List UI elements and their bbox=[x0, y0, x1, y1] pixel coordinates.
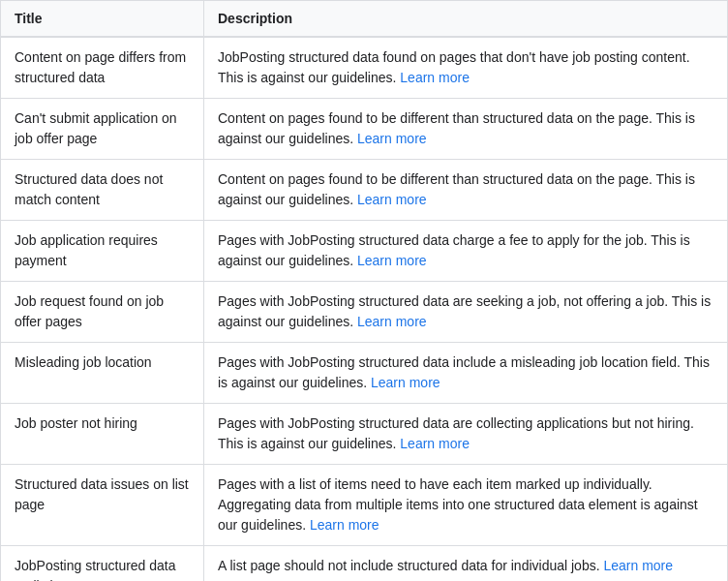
row-title: Structured data issues on list page bbox=[1, 465, 204, 546]
row-title: Can't submit application on job offer pa… bbox=[1, 99, 204, 160]
row-title: Structured data does not match content bbox=[1, 160, 204, 221]
description-text: Pages with a list of items need to have … bbox=[218, 476, 698, 533]
table-row: Can't submit application on job offer pa… bbox=[1, 99, 728, 160]
description-text: A list page should not include structure… bbox=[218, 558, 603, 573]
row-description: Content on pages found to be different t… bbox=[204, 99, 728, 160]
column-header-title: Title bbox=[1, 1, 204, 38]
column-header-description: Description bbox=[204, 1, 728, 38]
learn-more-link[interactable]: Learn more bbox=[400, 436, 470, 451]
learn-more-link[interactable]: Learn more bbox=[357, 131, 427, 146]
table-row: Structured data does not match contentCo… bbox=[1, 160, 728, 221]
table-row: Job request found on job offer pagesPage… bbox=[1, 282, 728, 343]
issues-table: Title Description Content on page differ… bbox=[0, 0, 728, 581]
learn-more-link[interactable]: Learn more bbox=[603, 558, 673, 573]
learn-more-link[interactable]: Learn more bbox=[357, 253, 427, 268]
description-text: Content on pages found to be different t… bbox=[218, 110, 695, 146]
description-text: Pages with JobPosting structured data in… bbox=[218, 354, 710, 390]
description-text: Content on pages found to be different t… bbox=[218, 171, 695, 207]
row-description: Pages with JobPosting structured data ch… bbox=[204, 221, 728, 282]
row-description: A list page should not include structure… bbox=[204, 546, 728, 582]
row-description: Pages with JobPosting structured data ar… bbox=[204, 282, 728, 343]
row-description: Content on pages found to be different t… bbox=[204, 160, 728, 221]
row-title: Misleading job location bbox=[1, 343, 204, 404]
table-row: Job poster not hiringPages with JobPosti… bbox=[1, 404, 728, 465]
row-title: Job request found on job offer pages bbox=[1, 282, 204, 343]
table-row: Job application requires paymentPages wi… bbox=[1, 221, 728, 282]
row-description: Pages with JobPosting structured data ar… bbox=[204, 404, 728, 465]
row-title: Job poster not hiring bbox=[1, 404, 204, 465]
learn-more-link[interactable]: Learn more bbox=[310, 517, 379, 533]
learn-more-link[interactable]: Learn more bbox=[357, 192, 427, 207]
row-title: Job application requires payment bbox=[1, 221, 204, 282]
learn-more-link[interactable]: Learn more bbox=[371, 375, 440, 390]
description-text: Pages with JobPosting structured data ar… bbox=[218, 293, 711, 329]
table-row: Content on page differs from structured … bbox=[1, 37, 728, 99]
row-title: JobPosting structured data on listing pa… bbox=[1, 546, 204, 582]
table-row: Misleading job locationPages with JobPos… bbox=[1, 343, 728, 404]
row-description: JobPosting structured data found on page… bbox=[204, 37, 728, 99]
description-text: Pages with JobPosting structured data ch… bbox=[218, 232, 690, 268]
learn-more-link[interactable]: Learn more bbox=[357, 314, 427, 329]
table-row: Structured data issues on list pagePages… bbox=[1, 465, 728, 546]
learn-more-link[interactable]: Learn more bbox=[400, 70, 470, 85]
row-title: Content on page differs from structured … bbox=[1, 37, 204, 99]
row-description: Pages with a list of items need to have … bbox=[204, 465, 728, 546]
row-description: Pages with JobPosting structured data in… bbox=[204, 343, 728, 404]
table-row: JobPosting structured data on listing pa… bbox=[1, 546, 728, 582]
